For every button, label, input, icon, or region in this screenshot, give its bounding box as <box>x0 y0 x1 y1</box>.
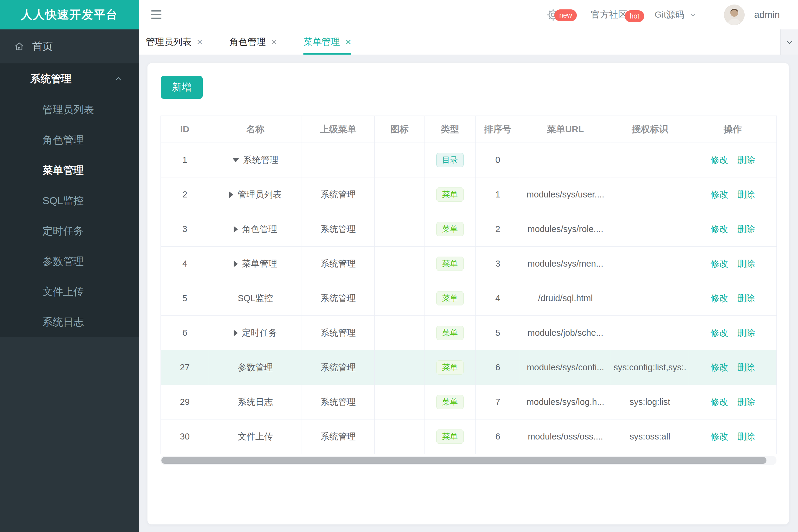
cell-icon <box>375 316 425 350</box>
settings-action: new <box>546 7 560 22</box>
table-row: 30文件上传系统管理菜单6modules/oss/oss....sys:oss:… <box>161 419 777 454</box>
column-header: 上级菜单 <box>302 116 375 143</box>
horizontal-scrollbar[interactable] <box>161 456 777 465</box>
menu-name: 菜单管理 <box>242 258 277 270</box>
table-row: 3角色管理系统管理菜单2modules/sys/role....修改删除 <box>161 212 777 247</box>
cell-id: 6 <box>161 316 209 350</box>
cell-perm <box>611 316 689 350</box>
delete-link[interactable]: 删除 <box>737 362 755 372</box>
edit-link[interactable]: 修改 <box>711 328 728 338</box>
delete-link[interactable]: 删除 <box>737 190 755 199</box>
tab-collapse-button[interactable] <box>780 30 798 55</box>
cell-icon <box>375 143 425 177</box>
tab-label: 菜单管理 <box>303 36 340 48</box>
delete-link[interactable]: 删除 <box>737 224 755 234</box>
community-link[interactable]: 官方社区 <box>591 10 627 19</box>
cell-id: 3 <box>161 212 209 247</box>
type-tag: 菜单 <box>436 222 464 236</box>
cell-perm <box>611 247 689 281</box>
cell-ops: 修改删除 <box>689 212 777 247</box>
tab[interactable]: 管理员列表× <box>146 30 203 55</box>
cell-type: 菜单 <box>425 177 476 212</box>
cell-ops: 修改删除 <box>689 316 777 350</box>
cell-url: modules/sys/user.... <box>520 177 611 212</box>
sidebar-item[interactable]: 参数管理 <box>0 246 139 276</box>
cell-order: 1 <box>476 177 520 212</box>
sidebar-section-header[interactable]: 系统管理 <box>0 63 139 94</box>
cell-id: 29 <box>161 385 209 419</box>
type-tag: 菜单 <box>436 256 464 271</box>
delete-link[interactable]: 删除 <box>737 397 755 407</box>
cell-type: 菜单 <box>425 385 476 419</box>
expand-icon[interactable] <box>229 191 233 198</box>
scrollbar-thumb[interactable] <box>162 457 766 464</box>
admin-username[interactable]: admin <box>754 10 780 20</box>
expand-icon[interactable] <box>234 261 238 267</box>
cell-id: 30 <box>161 419 209 454</box>
delete-link[interactable]: 删除 <box>737 259 755 268</box>
sidebar-item-home[interactable]: 首页 <box>0 30 139 63</box>
sidebar-item[interactable]: SQL监控 <box>0 185 139 216</box>
cell-parent: 系统管理 <box>302 212 375 247</box>
edit-link[interactable]: 修改 <box>711 224 728 234</box>
cell-perm: sys:config:list,sys:. <box>611 350 689 385</box>
edit-link[interactable]: 修改 <box>711 259 728 268</box>
sidebar-item[interactable]: 菜单管理 <box>0 155 139 185</box>
cell-order: 7 <box>476 385 520 419</box>
community-link-wrap: 官方社区 hot <box>591 8 635 21</box>
column-header: 菜单URL <box>520 116 611 143</box>
topbar: new 官方社区 hot Git源码 <box>139 0 798 30</box>
cell-parent: 系统管理 <box>302 316 375 350</box>
edit-link[interactable]: 修改 <box>711 155 728 165</box>
cell-url: /druid/sql.html <box>520 281 611 316</box>
git-source-link[interactable]: Git源码 <box>654 8 697 21</box>
cell-ops: 修改删除 <box>689 350 777 385</box>
expand-icon[interactable] <box>234 330 238 336</box>
cell-name: 文件上传 <box>209 419 302 454</box>
cell-name: 参数管理 <box>209 350 302 385</box>
table-row: 5SQL监控系统管理菜单4/druid/sql.html修改删除 <box>161 281 777 316</box>
cell-id: 2 <box>161 177 209 212</box>
delete-link[interactable]: 删除 <box>737 155 755 165</box>
table-row: 2管理员列表系统管理菜单1modules/sys/user....修改删除 <box>161 177 777 212</box>
edit-link[interactable]: 修改 <box>711 293 728 303</box>
sidebar-item[interactable]: 定时任务 <box>0 216 139 246</box>
avatar[interactable] <box>724 4 745 25</box>
delete-link[interactable]: 删除 <box>737 432 755 441</box>
cell-name: 系统管理 <box>209 143 302 177</box>
cell-perm <box>611 143 689 177</box>
cell-id: 1 <box>161 143 209 177</box>
edit-link[interactable]: 修改 <box>711 432 728 441</box>
add-button[interactable]: 新增 <box>161 76 203 99</box>
edit-link[interactable]: 修改 <box>711 362 728 372</box>
expand-icon[interactable] <box>234 226 238 233</box>
topbar-actions: new 官方社区 hot Git源码 <box>546 0 780 30</box>
cell-ops: 修改删除 <box>689 247 777 281</box>
cell-ops: 修改删除 <box>689 177 777 212</box>
delete-link[interactable]: 删除 <box>737 293 755 303</box>
cell-url <box>520 143 611 177</box>
tab[interactable]: 角色管理× <box>229 30 277 55</box>
close-icon[interactable]: × <box>197 36 203 48</box>
close-icon[interactable]: × <box>271 36 277 48</box>
edit-link[interactable]: 修改 <box>711 190 728 199</box>
type-tag: 菜单 <box>436 187 464 202</box>
cell-url: modules/job/sche... <box>520 316 611 350</box>
cell-ops: 修改删除 <box>689 143 777 177</box>
tab[interactable]: 菜单管理× <box>303 30 351 55</box>
sidebar-item[interactable]: 系统日志 <box>0 307 139 337</box>
sidebar-item[interactable]: 角色管理 <box>0 125 139 155</box>
cell-icon <box>375 247 425 281</box>
edit-link[interactable]: 修改 <box>711 397 728 407</box>
expand-collapse-icon[interactable] <box>233 158 239 162</box>
cell-parent: 系统管理 <box>302 281 375 316</box>
sidebar-item[interactable]: 文件上传 <box>0 276 139 307</box>
delete-link[interactable]: 删除 <box>737 328 755 338</box>
menu-toggle-icon[interactable] <box>151 8 162 21</box>
cell-type: 目录 <box>425 143 476 177</box>
close-icon[interactable]: × <box>345 36 351 48</box>
cell-order: 5 <box>476 316 520 350</box>
sidebar-item[interactable]: 管理员列表 <box>0 94 139 125</box>
cell-type: 菜单 <box>425 247 476 281</box>
cell-icon <box>375 177 425 212</box>
